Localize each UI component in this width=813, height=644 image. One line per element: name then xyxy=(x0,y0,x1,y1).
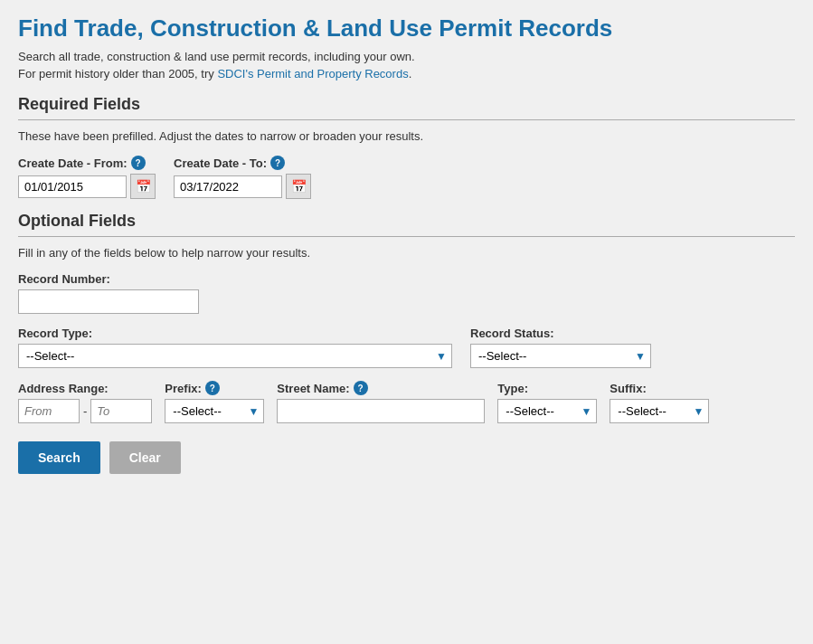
create-date-to-calendar-icon[interactable]: 📅 xyxy=(286,174,311,199)
prefix-select-wrap: --Select-- ▼ xyxy=(165,399,264,423)
address-range-wrap: - xyxy=(18,399,152,423)
button-row: Search Clear xyxy=(18,441,795,474)
record-status-label: Record Status: xyxy=(470,327,651,340)
optional-section-desc: Fill in any of the fields below to help … xyxy=(18,246,795,260)
address-to-input[interactable] xyxy=(90,399,152,423)
optional-section-title: Optional Fields xyxy=(18,212,795,231)
record-type-group: Record Type: --Select-- ▼ xyxy=(18,327,452,368)
record-number-input[interactable] xyxy=(18,289,199,314)
required-divider xyxy=(18,119,795,120)
date-fields-row: Create Date - From: ? 📅 Create Date - To… xyxy=(18,156,795,199)
create-date-to-wrap: 📅 xyxy=(174,174,311,199)
prefix-help-icon[interactable]: ? xyxy=(205,381,220,395)
create-date-to-group: Create Date - To: ? 📅 xyxy=(174,156,311,199)
suffix-select-wrap: --Select-- ▼ xyxy=(610,399,709,423)
record-type-label: Record Type: xyxy=(18,327,452,340)
permit-history-suffix-text: . xyxy=(409,67,412,80)
address-range-group: Address Range: - xyxy=(18,382,152,423)
create-date-from-group: Create Date - From: ? 📅 xyxy=(18,156,156,199)
required-section-title: Required Fields xyxy=(18,95,795,114)
create-date-from-input[interactable] xyxy=(18,175,127,198)
suffix-select[interactable]: --Select-- xyxy=(610,399,709,423)
sdci-permit-link[interactable]: SDCI's Permit and Property Records xyxy=(217,67,408,80)
street-name-group: Street Name: ? xyxy=(277,381,485,423)
record-status-select-wrap: --Select-- ▼ xyxy=(470,344,651,368)
prefix-group: Prefix: ? --Select-- ▼ xyxy=(165,381,264,423)
page-subtitle: Search all trade, construction & land us… xyxy=(18,50,795,63)
optional-divider xyxy=(18,236,795,237)
street-name-help-icon[interactable]: ? xyxy=(354,381,368,395)
type-select[interactable]: --Select-- xyxy=(497,399,597,423)
record-number-group: Record Number: xyxy=(18,272,795,314)
suffix-label: Suffix: xyxy=(610,382,709,395)
create-date-from-wrap: 📅 xyxy=(18,174,156,199)
create-date-to-label: Create Date - To: ? xyxy=(174,156,311,170)
address-from-input[interactable] xyxy=(18,399,80,423)
record-type-status-row: Record Type: --Select-- ▼ Record Status:… xyxy=(18,327,795,368)
permit-history-line: For permit history older than 2005, try … xyxy=(18,67,795,80)
prefix-select[interactable]: --Select-- xyxy=(165,399,264,423)
create-date-to-input[interactable] xyxy=(174,175,282,198)
record-status-select[interactable]: --Select-- xyxy=(470,344,651,368)
record-type-select[interactable]: --Select-- xyxy=(18,344,452,368)
type-label: Type: xyxy=(497,382,597,395)
record-type-select-wrap: --Select-- ▼ xyxy=(18,344,452,368)
clear-button[interactable]: Clear xyxy=(109,441,181,474)
suffix-group: Suffix: --Select-- ▼ xyxy=(610,382,709,423)
record-status-group: Record Status: --Select-- ▼ xyxy=(470,327,651,368)
required-section-desc: These have been prefilled. Adjust the da… xyxy=(18,129,795,143)
prefix-label: Prefix: ? xyxy=(165,381,264,395)
address-range-dash: - xyxy=(83,404,87,418)
address-row: Address Range: - Prefix: ? --Select-- ▼ xyxy=(18,381,795,423)
type-group: Type: --Select-- ▼ xyxy=(497,382,597,423)
optional-section: Optional Fields Fill in any of the field… xyxy=(18,212,795,474)
page-title: Find Trade, Construction & Land Use Perm… xyxy=(18,14,795,43)
street-name-input[interactable] xyxy=(277,399,485,423)
create-date-from-help-icon[interactable]: ? xyxy=(131,156,146,170)
create-date-from-calendar-icon[interactable]: 📅 xyxy=(130,174,156,199)
street-name-label: Street Name: ? xyxy=(277,381,485,395)
create-date-to-help-icon[interactable]: ? xyxy=(270,156,285,170)
record-number-label: Record Number: xyxy=(18,272,795,286)
required-section: Required Fields These have been prefille… xyxy=(18,95,795,199)
address-range-label: Address Range: xyxy=(18,382,152,395)
type-select-wrap: --Select-- ▼ xyxy=(497,399,597,423)
create-date-from-label: Create Date - From: ? xyxy=(18,156,156,170)
search-button[interactable]: Search xyxy=(18,441,100,474)
permit-history-prefix-text: For permit history older than 2005, try xyxy=(18,67,217,80)
